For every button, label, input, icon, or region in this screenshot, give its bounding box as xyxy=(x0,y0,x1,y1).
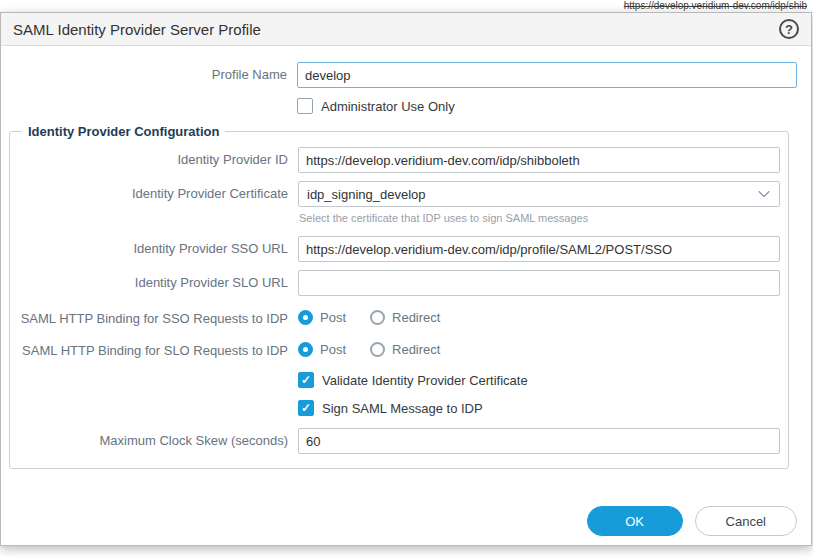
idp-slo-url-label: Identity Provider SLO URL xyxy=(10,270,298,290)
idp-id-label: Identity Provider ID xyxy=(10,147,298,167)
profile-name-row: Profile Name xyxy=(1,62,797,88)
idp-sso-url-input[interactable] xyxy=(298,236,780,262)
slo-binding-radio-group: Post Redirect xyxy=(298,338,780,357)
dialog-title: SAML Identity Provider Server Profile xyxy=(13,21,261,38)
idp-certificate-row: Identity Provider Certificate idp_signin… xyxy=(10,181,780,207)
identity-provider-configuration-group: Identity Provider Configuration Identity… xyxy=(9,124,789,469)
idp-id-input[interactable] xyxy=(298,147,780,173)
chevron-down-icon xyxy=(757,187,771,201)
sign-saml-row: ✓ Sign SAML Message to IDP xyxy=(10,398,780,416)
saml-idp-server-profile-dialog: SAML Identity Provider Server Profile ? … xyxy=(0,12,812,546)
slo-binding-label: SAML HTTP Binding for SLO Requests to ID… xyxy=(10,338,298,358)
profile-name-input[interactable] xyxy=(297,62,797,88)
slo-binding-post-radio[interactable] xyxy=(298,342,313,357)
validate-cert-row: ✓ Validate Identity Provider Certificate xyxy=(10,370,780,388)
sso-binding-redirect-option[interactable]: Redirect xyxy=(370,310,440,325)
sso-binding-redirect-radio[interactable] xyxy=(370,310,385,325)
slo-binding-post-option[interactable]: Post xyxy=(298,342,346,357)
idp-slo-url-input[interactable] xyxy=(298,270,780,296)
idp-sso-url-label: Identity Provider SSO URL xyxy=(10,236,298,256)
sso-binding-post-option[interactable]: Post xyxy=(298,310,346,325)
slo-binding-redirect-option[interactable]: Redirect xyxy=(370,342,440,357)
sso-binding-radio-group: Post Redirect xyxy=(298,306,780,325)
clock-skew-input[interactable] xyxy=(298,428,780,454)
idp-id-row: Identity Provider ID xyxy=(10,147,780,173)
validate-cert-checkbox[interactable]: ✓ xyxy=(298,372,314,388)
idp-slo-url-row: Identity Provider SLO URL xyxy=(10,270,780,296)
sign-saml-label: Sign SAML Message to IDP xyxy=(322,401,483,416)
admin-use-only-row: Administrator Use Only xyxy=(1,96,797,114)
idp-certificate-select[interactable]: idp_signing_develop xyxy=(298,181,780,207)
dialog-body: Profile Name Administrator Use Only Iden… xyxy=(1,46,811,469)
idp-certificate-help-row: Select the certificate that IDP uses to … xyxy=(10,209,780,226)
dialog-footer: OK Cancel xyxy=(587,506,797,536)
ok-button[interactable]: OK xyxy=(587,506,683,536)
idp-certificate-help-text: Select the certificate that IDP uses to … xyxy=(298,209,780,226)
background-url-text: https://develop.veridium-dev.com/idp/shi… xyxy=(624,0,807,11)
clock-skew-row: Maximum Clock Skew (seconds) xyxy=(10,428,780,454)
identity-provider-configuration-legend: Identity Provider Configuration xyxy=(22,124,225,139)
sign-saml-checkbox[interactable]: ✓ xyxy=(298,400,314,416)
idp-certificate-value: idp_signing_develop xyxy=(307,187,426,202)
admin-use-only-checkbox[interactable] xyxy=(297,98,313,114)
slo-binding-row: SAML HTTP Binding for SLO Requests to ID… xyxy=(10,338,780,358)
sso-binding-post-radio[interactable] xyxy=(298,310,313,325)
slo-binding-redirect-radio[interactable] xyxy=(370,342,385,357)
sso-binding-label: SAML HTTP Binding for SSO Requests to ID… xyxy=(10,306,298,326)
admin-use-only-label: Administrator Use Only xyxy=(321,99,455,114)
profile-name-label: Profile Name xyxy=(1,62,297,82)
cancel-button[interactable]: Cancel xyxy=(695,506,797,536)
validate-cert-label: Validate Identity Provider Certificate xyxy=(322,373,528,388)
clock-skew-label: Maximum Clock Skew (seconds) xyxy=(10,428,298,448)
sso-binding-row: SAML HTTP Binding for SSO Requests to ID… xyxy=(10,306,780,326)
idp-sso-url-row: Identity Provider SSO URL xyxy=(10,236,780,262)
idp-certificate-label: Identity Provider Certificate xyxy=(10,181,298,201)
help-icon[interactable]: ? xyxy=(779,19,799,39)
dialog-header: SAML Identity Provider Server Profile ? xyxy=(1,13,811,46)
